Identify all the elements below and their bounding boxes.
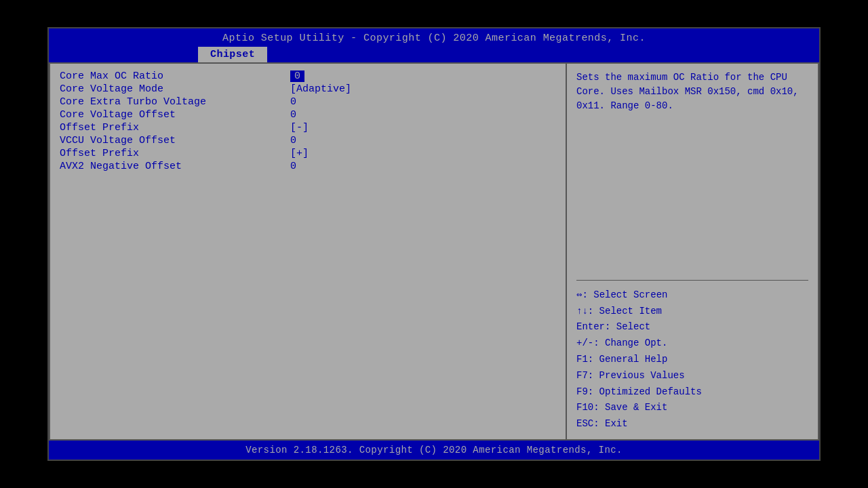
setting-label: Core Max OC Ratio — [60, 70, 290, 82]
setting-label: Core Extra Turbo Voltage — [60, 96, 290, 108]
tab-bar: Chipset — [49, 47, 819, 62]
setting-label: Offset Prefix — [60, 148, 290, 159]
help-panel: Sets the maximum OC Ratio for the CPU Co… — [567, 64, 818, 439]
setting-row[interactable]: Core Voltage Offset0 — [60, 109, 556, 121]
shortcut-item: Enter: Select — [576, 319, 808, 336]
setting-value: 0 — [290, 109, 296, 121]
shortcut-item: ESC: Exit — [576, 416, 808, 432]
shortcut-item: ↑↓: Select Item — [576, 304, 808, 320]
bios-window: Aptio Setup Utility - Copyright (C) 2020… — [47, 27, 821, 461]
shortcut-item: +/-: Change Opt. — [576, 336, 808, 352]
title-text: Aptio Setup Utility - Copyright (C) 2020… — [222, 33, 646, 44]
setting-label: Core Voltage Offset — [60, 109, 290, 121]
setting-value: [-] — [290, 122, 309, 134]
footer-text: Version 2.18.1263. Copyright (C) 2020 Am… — [245, 445, 623, 455]
setting-label: AVX2 Negative Offset — [60, 161, 290, 172]
setting-label: VCCU Voltage Offset — [60, 135, 290, 146]
footer-bar: Version 2.18.1263. Copyright (C) 2020 Am… — [49, 441, 819, 460]
help-text: Sets the maximum OC Ratio for the CPU Co… — [576, 70, 808, 273]
setting-value: 0 — [290, 70, 304, 82]
setting-value: [+] — [290, 148, 309, 159]
shortcut-item: F9: Optimized Defaults — [576, 384, 808, 401]
setting-value: 0 — [290, 96, 296, 108]
divider — [576, 280, 808, 281]
setting-row[interactable]: Core Extra Turbo Voltage0 — [60, 96, 556, 108]
shortcuts: ⇔: Select Screen↑↓: Select ItemEnter: Se… — [576, 287, 808, 432]
shortcut-item: F10: Save & Exit — [576, 400, 808, 416]
setting-row[interactable]: Offset Prefix[-] — [60, 122, 556, 134]
shortcut-item: F1: General Help — [576, 352, 808, 368]
settings-panel: Core Max OC Ratio0Core Voltage Mode[Adap… — [50, 64, 567, 439]
chipset-tab[interactable]: Chipset — [198, 47, 267, 62]
shortcut-item: ⇔: Select Screen — [576, 287, 808, 304]
setting-label: Offset Prefix — [60, 122, 290, 134]
shortcut-item: F7: Previous Values — [576, 368, 808, 384]
setting-row[interactable]: Core Max OC Ratio0 — [60, 70, 556, 82]
setting-label: Core Voltage Mode — [60, 83, 290, 95]
setting-value: [Adaptive] — [290, 83, 351, 95]
setting-row[interactable]: Offset Prefix[+] — [60, 148, 556, 159]
setting-row[interactable]: AVX2 Negative Offset0 — [60, 161, 556, 172]
title-bar: Aptio Setup Utility - Copyright (C) 2020… — [49, 28, 819, 47]
setting-row[interactable]: VCCU Voltage Offset0 — [60, 135, 556, 146]
setting-row[interactable]: Core Voltage Mode[Adaptive] — [60, 83, 556, 95]
setting-value: 0 — [290, 161, 296, 172]
setting-value: 0 — [290, 135, 296, 146]
main-area: Core Max OC Ratio0Core Voltage Mode[Adap… — [49, 62, 819, 441]
